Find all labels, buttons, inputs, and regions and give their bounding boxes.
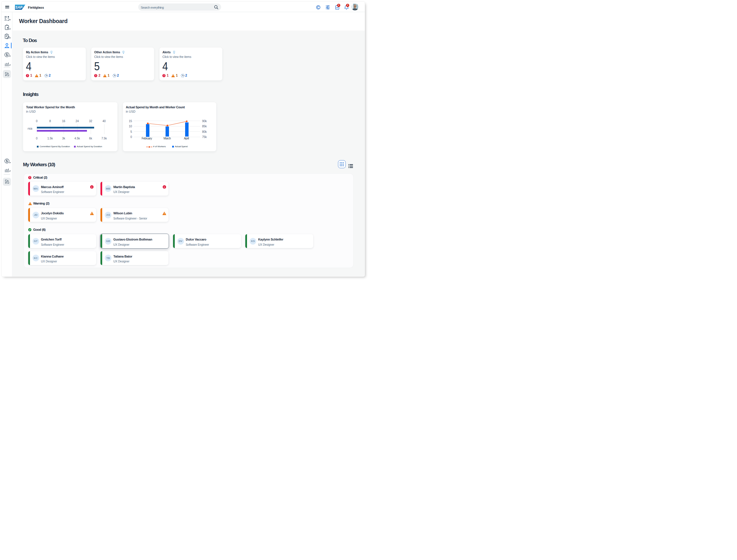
svg-text:SAP: SAP — [15, 5, 23, 10]
